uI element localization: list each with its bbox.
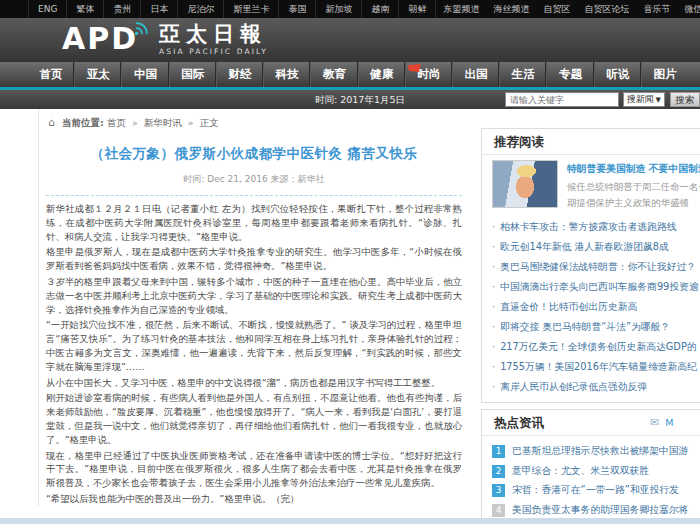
- list-item-label: 中国滴滴出行牵头向巴西叫车服务商99投资逾: [500, 281, 699, 292]
- topbar-link-maritime-channel[interactable]: 海丝频道: [486, 0, 536, 18]
- nav-item-international[interactable]: 国际: [169, 62, 216, 87]
- article-paragraph: “希望以后我也能为中医的普及出一份力。”格里申说。（完）: [46, 492, 462, 506]
- mail-icon: ✉: [650, 410, 659, 435]
- rank-badge: 1: [492, 445, 505, 458]
- nav-item-life[interactable]: 生活: [499, 62, 546, 87]
- hot-news-more-label: M: [665, 410, 673, 435]
- list-item[interactable]: ·欧元创14年新低 港人新春欧游团飙8成: [492, 237, 700, 257]
- rank-badge: 4: [492, 504, 505, 517]
- nav-item-pictures[interactable]: 图片: [641, 62, 688, 87]
- topbar-link-asean-channel[interactable]: 东盟频道: [436, 0, 486, 18]
- recommended-reading-box: 推荐阅读 特朗普要美国制造 不要中国制造 候任总统特朗普于周二任命一名长期提倡保…: [481, 128, 700, 403]
- breadcrumb-separator: »: [188, 117, 194, 128]
- article-paragraph: 刚开始进诊室看病的时候，有些病人看到他是外国人，有点别扭，不愿意让他看。他也有些…: [46, 391, 462, 446]
- nav-item-abroad[interactable]: 出国: [452, 62, 499, 87]
- nav-item-china[interactable]: 中国: [121, 62, 168, 87]
- topbar-link-nepal[interactable]: 尼泊尔: [177, 0, 223, 18]
- list-item-label: 欧元创14年新低 港人新春欧游团飙8成: [500, 241, 669, 252]
- nav-item-education[interactable]: 教育: [310, 62, 357, 87]
- list-item-label: 直逼金价！比特币创出历史新高: [500, 301, 637, 312]
- article-paragraph: “一开始找穴位找不准，很茫然，后来不断试、不断找，慢慢就熟悉了。” 谈及学习的过…: [46, 318, 462, 373]
- breadcrumb-prefix: 当前位置:: [62, 117, 104, 128]
- nav-item-special[interactable]: 专题: [546, 62, 593, 87]
- bottom-strip: [0, 518, 700, 524]
- nav-item-finance[interactable]: 财经: [216, 62, 263, 87]
- hot-news-list: 1巴基斯坦总理指示尽快救出被绑架中国游 2意甲综合：尤文、米兰双双获胜 3宋哲：…: [482, 436, 700, 524]
- topbar-link-wechat[interactable]: 微信: [677, 0, 700, 18]
- featured-headline[interactable]: 特朗普要美国制造 不要中国制造: [567, 162, 700, 176]
- list-item[interactable]: ·217万亿美元！全球债务创历史新高达GDP的: [492, 337, 700, 357]
- topbar-link-eng[interactable]: ENG: [28, 0, 66, 18]
- list-item[interactable]: ·中国滴滴出行牵头向巴西叫车服务商99投资逾: [492, 277, 700, 297]
- topbar-link-ftz[interactable]: 自贸区: [536, 0, 577, 18]
- featured-thumbnail[interactable]: [492, 160, 558, 208]
- list-item[interactable]: 2意甲综合：尤文、米兰双双获胜: [492, 462, 700, 482]
- masthead: APD 亞太日報 ASIA PACIFIC DAILY: [0, 18, 700, 62]
- article-paragraph: 现在，格里申已经通过了中医执业医师资格考试，还在准备申请读中医的博士学位。“想好…: [46, 449, 462, 490]
- nav-item-health[interactable]: 健康: [358, 62, 405, 87]
- topbar-link-singapore[interactable]: 新加坡: [315, 0, 361, 18]
- list-item-label: 宋哲：香港可在“一带一路”和亚投行发: [512, 484, 679, 497]
- logo-text: 亞太日報 ASIA PACIFIC DAILY: [159, 21, 268, 56]
- breadcrumb-separator: »: [132, 117, 138, 128]
- list-item[interactable]: ·直逼金价！比特币创出历史新高: [492, 297, 700, 317]
- list-item-label: 意甲综合：尤文、米兰双双获胜: [512, 465, 649, 478]
- site-logo[interactable]: APD 亞太日報 ASIA PACIFIC DAILY: [62, 21, 268, 57]
- nav-item-asia-pacific[interactable]: 亚太: [74, 62, 121, 87]
- logo-acronym: APD: [62, 21, 138, 57]
- search-input[interactable]: [505, 92, 619, 107]
- topbar-link-music-festival[interactable]: 音乐节: [636, 0, 677, 18]
- search-category-select[interactable]: 搜新闻 ▼: [623, 92, 665, 107]
- list-item-label: 离岸人民币从创纪录低点强劲反弹: [500, 381, 647, 392]
- nav-item-tech[interactable]: 科技: [263, 62, 310, 87]
- list-item-label: 奥巴马围绕健保法战特朗普：你不让我好过？: [500, 261, 696, 272]
- topbar-link-korea[interactable]: 朝鲜: [398, 0, 436, 18]
- recommended-reading-title: 推荐阅读: [482, 129, 700, 155]
- main-navigation: 首页 亚太 中国 国际 财经 科技 教育 健康 时尚 出国 生活 专题 听说 图…: [0, 62, 700, 87]
- list-item-label: 217万亿美元！全球债务创历史新高达GDP的: [500, 341, 697, 352]
- article-body: 新华社成都１２月２１日电（记者董小红 左为）找到穴位轻轻按住，果断扎下针，整个过…: [46, 202, 462, 506]
- article-paragraph: 新华社成都１２月２１日电（记者董小红 左为）找到穴位轻轻按住，果断扎下针，整个过…: [46, 202, 462, 243]
- hot-news-header: 热点资讯 ✉ M: [482, 410, 700, 436]
- featured-story[interactable]: 特朗普要美国制造 不要中国制造 候任总统特朗普于周二任命一名长期提倡保护主义政策…: [482, 155, 700, 214]
- list-item[interactable]: ·奥巴马围绕健保法战特朗普：你不让我好过？: [492, 257, 700, 277]
- signal-icon: [134, 20, 150, 36]
- rank-badge: 3: [492, 484, 505, 497]
- list-item[interactable]: ·柏林卡车攻击：警方披露攻击者逃跑路线: [492, 217, 700, 237]
- list-item[interactable]: ·离岸人民币从创纪录低点强劲反弹: [492, 377, 700, 397]
- topbar-link-ftz-forum[interactable]: 自贸区论坛: [577, 0, 636, 18]
- list-item[interactable]: ·1755万辆！美国2016年汽车销量缔造新高纪: [492, 357, 700, 377]
- recommended-list: ·柏林卡车攻击：警方披露攻击者逃跑路线 ·欧元创14年新低 港人新春欧游团飙8成…: [482, 214, 700, 402]
- bullet-icon: ·: [492, 361, 495, 372]
- hot-badge-icon: [408, 64, 421, 72]
- list-item[interactable]: 1巴基斯坦总理指示尽快救出被绑架中国游: [492, 442, 700, 462]
- topbar-link-thailand[interactable]: 泰国: [278, 0, 315, 18]
- bullet-icon: ·: [492, 381, 495, 392]
- topbar-link-vietnam[interactable]: 越南: [361, 0, 398, 18]
- article-paragraph: ３岁半的格里申跟着父母来到中国，辗转多个城市，中医的种子一直埋在他心里。高中毕业…: [46, 275, 462, 316]
- breadcrumb-section-link[interactable]: 新华时讯: [144, 117, 182, 128]
- list-item[interactable]: ·即将交接 奥巴马特朗普“斗法”为哪般？: [492, 317, 700, 337]
- channel-links: 东盟频道 海丝频道 自贸区 自贸区论坛 音乐节 微信 APP: [436, 0, 700, 18]
- search-area: 搜新闻 ▼ 搜索: [505, 92, 700, 107]
- topbar-link-guizhou[interactable]: 贵州: [103, 0, 140, 18]
- article-paragraph: 格里申是俄罗斯人，现在是成都中医药大学针灸推拿专业的研究生。他学习中医多年，“小…: [46, 245, 462, 273]
- top-utility-bar: ENG 繁体 贵州 日本 尼泊尔 斯里兰卡 泰国 新加坡 越南 朝鲜 东盟频道 …: [0, 0, 700, 18]
- nav-item-fashion[interactable]: 时尚: [405, 62, 452, 87]
- hot-news-more[interactable]: ✉ M: [650, 410, 673, 435]
- breadcrumb-home-link[interactable]: 首页: [107, 117, 126, 128]
- topbar-link-srilanka[interactable]: 斯里兰卡: [223, 0, 278, 18]
- region-links: ENG 繁体 贵州 日本 尼泊尔 斯里兰卡 泰国 新加坡 越南 朝鲜: [28, 0, 436, 18]
- breadcrumb: ⌂ 当前位置: 首页 » 新华时讯 » 正文: [0, 109, 700, 130]
- search-button[interactable]: 搜索: [670, 92, 700, 107]
- nav-item-listen[interactable]: 听说: [594, 62, 641, 87]
- chevron-down-icon: ▼: [656, 96, 661, 104]
- bullet-icon: ·: [492, 301, 495, 312]
- bullet-icon: ·: [492, 261, 495, 272]
- list-item-label: 柏林卡车攻击：警方披露攻击者逃跑路线: [500, 221, 676, 232]
- nav-item-home[interactable]: 首页: [28, 62, 74, 87]
- topbar-link-japan[interactable]: 日本: [140, 0, 177, 18]
- rank-badge: 2: [492, 465, 505, 478]
- list-item[interactable]: 3宋哲：香港可在“一带一路”和亚投行发: [492, 481, 700, 501]
- topbar-link-traditional[interactable]: 繁体: [66, 0, 103, 18]
